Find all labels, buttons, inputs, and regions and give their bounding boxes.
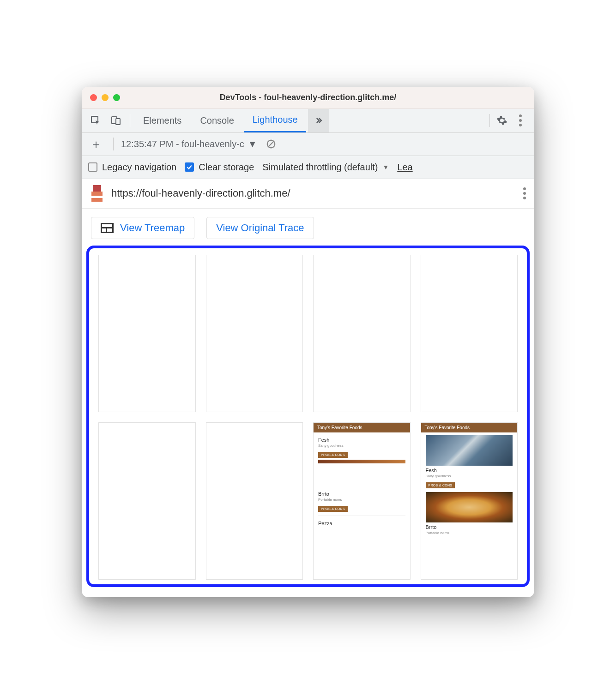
filmstrip-frame[interactable]: Tony's Favorite Foods Fesh Salty goodnes… <box>313 422 411 580</box>
divider <box>130 114 130 127</box>
preview-item-title: Pezza <box>318 521 405 526</box>
button-label: View Original Trace <box>216 222 304 234</box>
filmstrip-frame[interactable] <box>98 255 196 412</box>
preview-header: Tony's Favorite Foods <box>314 423 410 432</box>
checkbox-unchecked-icon[interactable] <box>88 162 97 172</box>
preview-image <box>426 435 513 466</box>
report-menu-icon[interactable] <box>523 187 526 199</box>
url-bar: https://foul-heavenly-direction.glitch.m… <box>82 179 534 209</box>
preview-item-sub: Portable noms <box>318 498 405 502</box>
report-url: https://foul-heavenly-direction.glitch.m… <box>111 187 516 199</box>
devtools-window: DevTools - foul-heavenly-direction.glitc… <box>82 87 534 598</box>
window-title: DevTools - foul-heavenly-direction.glitc… <box>82 93 534 102</box>
tab-bar: Elements Console Lighthouse <box>82 109 534 133</box>
filmstrip-frame[interactable] <box>313 255 411 412</box>
view-treemap-button[interactable]: View Treemap <box>91 217 194 239</box>
inspect-icon[interactable] <box>86 111 105 130</box>
preview-item-title: Fesh <box>426 468 513 473</box>
page-preview: Tony's Favorite Foods Fesh Salty goodnes… <box>421 423 518 579</box>
filmstrip-frame[interactable] <box>98 422 196 580</box>
svg-rect-2 <box>116 119 120 125</box>
lighthouse-icon <box>90 185 104 202</box>
option-legacy-navigation[interactable]: Legacy navigation <box>88 162 176 173</box>
page-preview: Tony's Favorite Foods Fesh Salty goodnes… <box>314 423 410 579</box>
preview-item-btn: PROS & CONS <box>318 452 348 458</box>
button-label: View Treemap <box>120 222 185 234</box>
preview-item-sub: Salty goodness <box>318 444 405 448</box>
tab-console[interactable]: Console <box>192 108 242 132</box>
more-tabs-button[interactable] <box>308 108 329 132</box>
treemap-icon <box>101 223 114 233</box>
preview-image-placeholder <box>318 460 405 463</box>
chevron-down-icon: ▼ <box>382 163 389 171</box>
preview-item-btn: PROS & CONS <box>426 482 455 488</box>
divider <box>489 114 490 127</box>
filmstrip: Tony's Favorite Foods Fesh Salty goodnes… <box>98 255 518 580</box>
preview-header: Tony's Favorite Foods <box>421 423 518 432</box>
preview-item-btn: PROS & CONS <box>318 506 348 512</box>
preview-item-title: Brrto <box>426 524 513 530</box>
new-report-button[interactable]: ＋ <box>86 136 106 152</box>
option-label: Simulated throttling (default) <box>262 162 378 173</box>
preview-item-sub: Salty goodness <box>426 474 513 478</box>
tab-lighthouse[interactable]: Lighthouse <box>244 108 306 132</box>
filmstrip-frame[interactable]: Tony's Favorite Foods Fesh Salty goodnes… <box>421 422 518 580</box>
report-actions: View Treemap View Original Trace <box>82 209 534 243</box>
option-clear-storage[interactable]: Clear storage <box>185 162 254 173</box>
device-toggle-icon[interactable] <box>107 111 125 130</box>
preview-item-title: Brrto <box>318 491 405 497</box>
report-run-bar: ＋ 12:35:47 PM - foul-heavenly-c ▼ <box>82 133 534 156</box>
chevron-down-icon: ▼ <box>248 139 257 150</box>
tab-elements[interactable]: Elements <box>135 108 190 132</box>
option-label: Legacy navigation <box>102 162 176 173</box>
learn-more-link[interactable]: Lea <box>397 162 412 173</box>
report-select[interactable]: 12:35:47 PM - foul-heavenly-c ▼ <box>121 139 257 150</box>
options-bar: Legacy navigation Clear storage Simulate… <box>82 156 534 179</box>
option-throttling[interactable]: Simulated throttling (default) ▼ <box>262 162 389 173</box>
view-original-trace-button[interactable]: View Original Trace <box>206 217 314 239</box>
filmstrip-frame[interactable] <box>421 255 518 412</box>
preview-item-title: Fesh <box>318 437 405 443</box>
preview-item-sub: Portable noms <box>426 531 513 535</box>
preview-image <box>426 492 513 522</box>
clear-icon[interactable] <box>262 135 280 153</box>
divider <box>113 138 114 150</box>
filmstrip-highlight: Tony's Favorite Foods Fesh Salty goodnes… <box>86 246 530 588</box>
checkbox-checked-icon[interactable] <box>185 162 194 172</box>
kebab-icon[interactable] <box>511 111 530 130</box>
gear-icon[interactable] <box>493 111 511 130</box>
filmstrip-frame[interactable] <box>206 255 303 412</box>
filmstrip-frame[interactable] <box>206 422 303 580</box>
report-select-label: 12:35:47 PM - foul-heavenly-c <box>121 139 244 150</box>
option-label: Clear storage <box>199 162 254 173</box>
titlebar: DevTools - foul-heavenly-direction.glitc… <box>82 87 534 109</box>
